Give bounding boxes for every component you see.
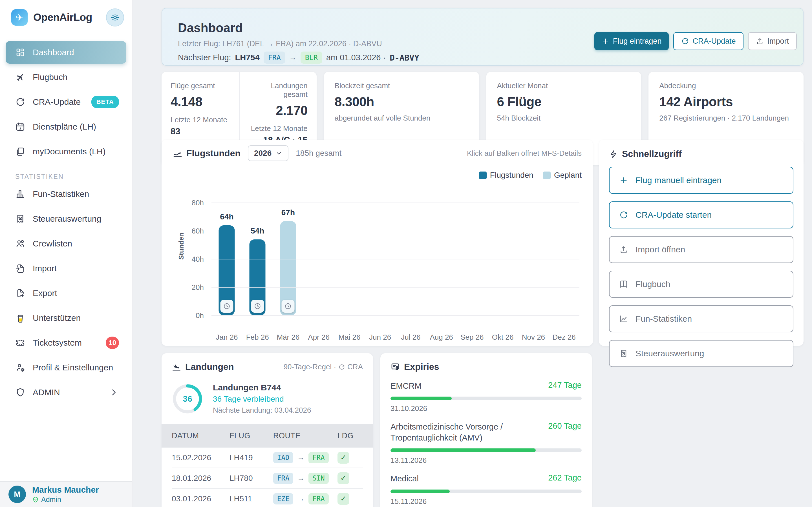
- sidebar-item-unterst-tzen[interactable]: Unterstützen: [6, 307, 126, 329]
- sidebar-item-profil-einstellungen[interactable]: Profil & Einstellungen: [6, 356, 126, 379]
- row-date: 03.01.2026: [172, 494, 230, 503]
- calendar-icon: [15, 122, 26, 132]
- quick-action-import-ffnen[interactable]: Import öffnen: [609, 236, 794, 263]
- y-axis-tick: 80h: [173, 199, 204, 207]
- bolt-icon: [609, 150, 618, 159]
- refresh-icon: [338, 363, 345, 371]
- landings-table-row[interactable]: 03.01.2026 LH511 EZE → FRA ✓: [172, 489, 363, 507]
- certificate-icon: [391, 362, 400, 372]
- landings-table-body: 15.02.2026 LH419 IAD → FRA ✓ 18.01.2026 …: [172, 448, 363, 507]
- quick-action-flug-manuell-eintragen[interactable]: Flug manuell eintragen: [609, 167, 794, 194]
- expiry-item[interactable]: Arbeitsmedizinische Vorsorge / Tropentau…: [391, 421, 581, 465]
- gridline: [211, 203, 579, 203]
- landings-progress-ring: 36: [172, 383, 203, 414]
- arrow-right-icon: →: [297, 453, 305, 462]
- shield-icon: [15, 387, 26, 397]
- stat-label: Landungen gesamt: [249, 81, 308, 99]
- chart-bar[interactable]: [280, 221, 296, 316]
- ticket-count-badge: 10: [106, 337, 119, 349]
- sidebar-item-mydocuments-lh-[interactable]: myDocuments (LH): [6, 140, 126, 163]
- expiry-date: 31.10.2026: [391, 404, 581, 413]
- next-registration: D-ABVY: [390, 53, 419, 62]
- add-flight-button[interactable]: Flug eintragen: [594, 32, 669, 50]
- landings-table-row[interactable]: 18.01.2026 LH780 FRA → SIN ✓: [172, 468, 363, 489]
- y-axis-tick: 60h: [173, 227, 204, 235]
- sidebar-item-label: Fun-Statistiken: [33, 189, 119, 199]
- arr-badge: FRA: [308, 452, 328, 463]
- x-axis-labels: Jan 26Feb 26Mär 26Apr 26Mai 26Jun 26Jul …: [211, 333, 579, 342]
- sidebar-item-fun-statistiken[interactable]: Fun-Statistiken: [6, 183, 126, 205]
- next-flight-number: LH754: [235, 53, 260, 62]
- cra-update-button[interactable]: CRA-Update: [673, 32, 744, 50]
- legend-item: Geplant: [543, 171, 581, 180]
- sidebar-item-steuerauswertung[interactable]: Steuerauswertung: [6, 208, 126, 230]
- stat-value: 6 Flüge: [497, 94, 631, 109]
- quick-action-fun-statistiken[interactable]: Fun-Statistiken: [609, 305, 794, 332]
- chart-total: 185h gesamt: [296, 149, 342, 158]
- sidebar-item-flugbuch[interactable]: Flugbuch: [6, 66, 126, 89]
- chart-plot: Stunden 64h 54h 67h: [173, 186, 581, 316]
- refresh-icon: [15, 97, 26, 107]
- sidebar-item-label: Dashboard: [33, 48, 119, 57]
- sidebar-item-label: Dienstpläne (LH): [33, 122, 119, 131]
- chart-bar[interactable]: [250, 239, 266, 316]
- book-icon: [619, 280, 628, 289]
- stat-sub-label: Letzte 12 Monate: [249, 124, 308, 133]
- quick-action-steuerauswertung[interactable]: Steuerauswertung: [609, 340, 794, 367]
- arrow-right-icon: →: [289, 53, 297, 62]
- legend-swatch: [479, 172, 487, 179]
- user-box[interactable]: M Markus Maucher Admin: [0, 481, 132, 507]
- sidebar-item-label: Unterstützen: [33, 313, 119, 323]
- bar-value-label: 67h: [282, 208, 295, 217]
- sidebar-item-import[interactable]: Import: [6, 257, 126, 280]
- sun-icon: [110, 13, 120, 22]
- quick-action-cra-update-starten[interactable]: CRA-Update starten: [609, 202, 794, 228]
- landings-title: Landungen: [172, 362, 234, 372]
- quick-action-label: CRA-Update starten: [636, 210, 712, 220]
- chart-title: Flugstunden: [173, 148, 241, 159]
- expiries-title: Expiries: [391, 362, 581, 372]
- gridline: [211, 231, 579, 231]
- sidebar-item-label: ADMIN: [33, 388, 101, 397]
- sidebar-item-dienstpl-ne-lh-[interactable]: Dienstpläne (LH): [6, 115, 126, 138]
- sidebar-item-export[interactable]: Export: [6, 282, 126, 304]
- receipt-icon: [15, 214, 26, 224]
- landings-table-row[interactable]: 15.02.2026 LH419 IAD → FRA ✓: [172, 448, 363, 468]
- bars-icon: [15, 189, 26, 199]
- sidebar-item-cra-update[interactable]: CRA-Update BETA: [6, 91, 126, 113]
- theme-toggle-button[interactable]: [106, 8, 124, 26]
- landings-next: Nächste Landung: 03.04.2026: [213, 406, 311, 414]
- clock-icon: [254, 302, 261, 310]
- clock-chip: [282, 300, 295, 313]
- row-route: FRA → SIN: [273, 473, 338, 484]
- landing-check-badge: ✓: [338, 493, 349, 505]
- year-select[interactable]: 2026: [248, 145, 289, 161]
- quick-action-flugbuch[interactable]: Flugbuch: [609, 271, 794, 298]
- file-out-icon: [15, 288, 26, 298]
- import-button[interactable]: Import: [748, 32, 797, 50]
- sidebar-item-crewlisten[interactable]: Crewlisten: [6, 232, 126, 255]
- landing-check-badge: ✓: [338, 472, 349, 484]
- chart-bar[interactable]: [219, 225, 235, 316]
- expiry-name: Arbeitsmedizinische Vorsorge / Tropentau…: [391, 421, 543, 443]
- arr-badge: FRA: [308, 493, 328, 504]
- row-flight: LH780: [230, 474, 273, 483]
- header-actions: Flug eintragen CRA-Update Import: [594, 32, 797, 50]
- sidebar-item-label: Export: [33, 288, 119, 298]
- landing-icon: [172, 362, 181, 372]
- sidebar-item-admin[interactable]: ADMIN: [6, 381, 126, 404]
- gridline: [211, 287, 579, 288]
- clock-icon: [285, 302, 292, 310]
- sidebar-item-ticketsystem[interactable]: Ticketsystem 10: [6, 332, 126, 354]
- expiry-item[interactable]: EMCRM 247 Tage 31.10.2026: [391, 381, 581, 413]
- expiry-item[interactable]: Medical 262 Tage 15.11.2026: [391, 473, 581, 506]
- expiry-days-remaining: 260 Tage: [548, 421, 581, 431]
- bar-value-label: 64h: [220, 212, 234, 221]
- expiries-card: Expiries EMCRM 247 Tage 31.10.2026 Arbei…: [380, 353, 592, 507]
- plus-icon: [602, 37, 610, 45]
- expiry-days-remaining: 262 Tage: [548, 473, 581, 483]
- file-in-icon: [15, 263, 26, 274]
- dashboard-header: Dashboard Letzter Flug: LH761 (DEL → FRA…: [161, 8, 804, 66]
- chart-note: Klick auf Balken öffnet MFS-Details: [467, 149, 581, 158]
- sidebar-item-dashboard[interactable]: Dashboard: [6, 41, 126, 64]
